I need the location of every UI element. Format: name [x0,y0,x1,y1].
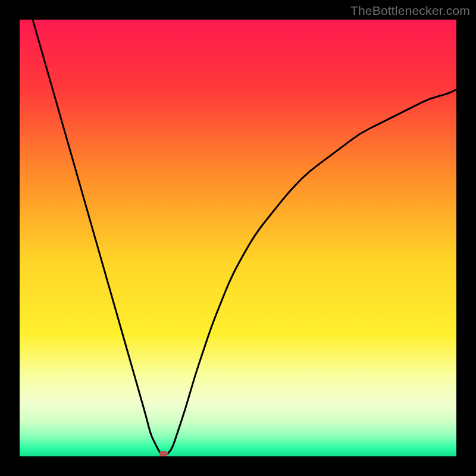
bottleneck-curve [20,20,456,456]
watermark-text: TheBottlenecker.com [350,4,470,18]
plot-area [20,20,456,456]
chart-frame: TheBottlenecker.com [0,0,476,476]
minimum-marker-icon [159,451,168,456]
